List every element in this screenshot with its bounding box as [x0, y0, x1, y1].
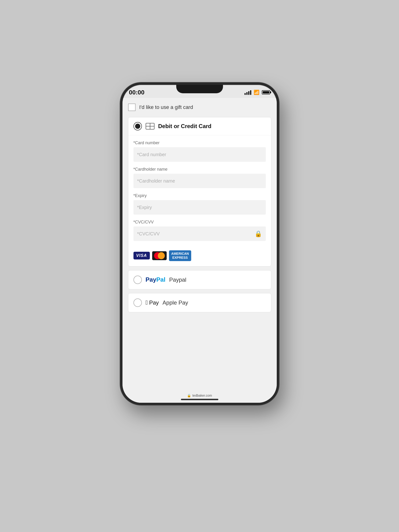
expiry-group: *Expiry [133, 193, 266, 215]
volume-up-button[interactable] [120, 153, 121, 174]
mastercard-logo [152, 251, 167, 260]
lock-icon: 🔒 [254, 230, 262, 237]
paypal-header[interactable]: PayPal Paypal [128, 270, 271, 289]
apple-pay-header[interactable]:  Pay Apple Pay [128, 293, 271, 312]
url-bar: 🔒 tedbaker.com [187, 394, 212, 397]
notch [176, 85, 223, 93]
url-text: tedbaker.com [192, 394, 212, 397]
cardholder-input-wrap[interactable] [133, 174, 266, 188]
mc-orange-circle [158, 252, 165, 259]
cvc-label: *CVC/CVV [133, 220, 266, 225]
phone-reflection [120, 403, 279, 450]
card-number-input-wrap[interactable] [133, 147, 266, 162]
cardholder-label: *Cardholder name [133, 167, 266, 172]
radio-selected-indicator [135, 124, 140, 129]
gift-card-row: I'd like to use a gift card [128, 103, 271, 112]
gift-card-label: I'd like to use a gift card [139, 104, 193, 110]
apple-pay-label: Apple Pay [162, 299, 188, 306]
expiry-input-wrap[interactable] [133, 200, 266, 215]
bottom-bar: 🔒 tedbaker.com [122, 391, 277, 403]
cvc-input-wrap[interactable]: 🔒 [133, 227, 266, 241]
apple-pay-text: Pay [149, 299, 159, 306]
expiry-label: *Expiry [133, 193, 266, 198]
paypal-radio[interactable] [133, 276, 142, 284]
home-indicator[interactable] [181, 399, 218, 400]
debit-credit-header[interactable]: Debit or Credit Card [128, 117, 271, 135]
debit-credit-radio[interactable] [133, 122, 142, 130]
signal-icon [245, 90, 251, 95]
apple-pay-logo:  Pay [146, 299, 159, 306]
cvc-group: *CVC/CVV 🔒 [133, 220, 266, 241]
amex-logo: AMERICANEXPRESS [169, 250, 191, 261]
status-time: 00:00 [129, 89, 145, 96]
card-chip-icon [146, 123, 154, 129]
cvc-input[interactable] [137, 231, 262, 237]
gift-card-checkbox[interactable] [128, 104, 136, 111]
wifi-icon: 📶 [253, 89, 260, 95]
apple-pay-section:  Pay Apple Pay [128, 293, 271, 312]
volume-down-button[interactable] [120, 178, 121, 199]
power-button[interactable] [278, 157, 279, 188]
paypal-section: PayPal Paypal [128, 270, 271, 289]
card-form: *Card number *Cardholder name [128, 140, 271, 246]
lock-icon-url: 🔒 [187, 394, 191, 397]
battery-icon [262, 90, 270, 95]
paypal-text-logo: PayPal [146, 276, 165, 283]
apple-icon:  [146, 299, 148, 306]
screen: I'd like to use a gift card Debit or Cre… [122, 98, 277, 391]
status-icons: 📶 [245, 89, 270, 95]
card-logos: VISA AMERICANEXPRESS [128, 246, 271, 266]
cardholder-group: *Cardholder name [133, 167, 266, 188]
card-number-group: *Card number [133, 140, 266, 162]
paypal-label: Paypal [169, 277, 186, 283]
apple-pay-radio[interactable] [133, 298, 142, 307]
debit-credit-card-section: Debit or Credit Card *Card number [128, 117, 271, 266]
screen-content: I'd like to use a gift card Debit or Cre… [122, 98, 277, 391]
expiry-input[interactable] [137, 205, 262, 210]
cardholder-input[interactable] [137, 178, 262, 184]
volume-mute-button[interactable] [120, 132, 121, 146]
card-number-label: *Card number [133, 140, 266, 146]
paypal-logo: PayPal [146, 276, 165, 283]
card-number-input[interactable] [137, 152, 262, 157]
phone-shell: 00:00 📶 I'd like to use a gift card [120, 82, 279, 405]
debit-credit-title: Debit or Credit Card [158, 123, 212, 129]
visa-logo: VISA [133, 252, 150, 260]
